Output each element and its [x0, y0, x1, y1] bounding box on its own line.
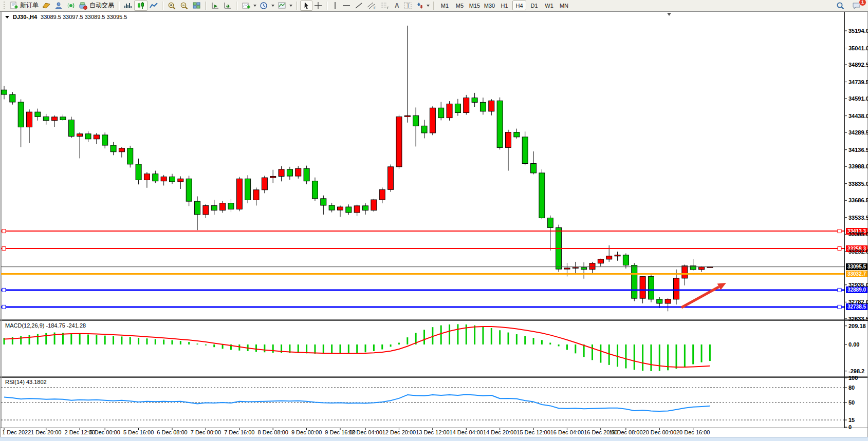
auto-trading-label: 自动交易: [89, 1, 114, 10]
label-tool[interactable]: T: [402, 1, 414, 11]
tile-windows-icon: [192, 2, 201, 10]
timeframe-m1[interactable]: M1: [438, 1, 452, 10]
toolbar-separator: [118, 2, 120, 10]
timeframe-m5[interactable]: M5: [453, 1, 467, 10]
trendline-icon: [354, 2, 363, 10]
crosshair-icon: [314, 2, 322, 10]
arrows-tool[interactable]: [414, 1, 431, 11]
text-icon: A: [393, 2, 400, 10]
toolbar-separator: [296, 2, 298, 10]
template-icon: [278, 2, 287, 10]
main-toolbar: 新订单 自动交易: [0, 0, 868, 11]
timeframe-m30[interactable]: M30: [483, 1, 496, 10]
gold-rhombus-icon: [42, 2, 51, 10]
svg-text:F: F: [387, 6, 389, 10]
chat-button[interactable]: 1: [851, 1, 863, 11]
toolbar-right-group: 1: [835, 1, 866, 11]
chat-badge: 1: [859, 0, 866, 6]
trendline-tool[interactable]: [353, 1, 365, 11]
indicators-button[interactable]: [240, 1, 258, 11]
zoom-out-button[interactable]: [178, 1, 191, 11]
window-bottom-strip: [0, 437, 868, 441]
dropdown-caret-icon: [427, 5, 430, 7]
cursor-icon: [302, 2, 310, 10]
svg-text:T: T: [407, 3, 410, 9]
line-chart-icon: [149, 2, 158, 10]
objects-button[interactable]: [40, 1, 52, 11]
timeframe-m15[interactable]: M15: [468, 1, 482, 10]
vertical-line-tool[interactable]: [330, 1, 340, 11]
crosshair-button[interactable]: [312, 1, 324, 11]
zoom-out-icon: [180, 2, 189, 10]
new-order-icon: [9, 2, 19, 10]
svg-text:E: E: [374, 6, 376, 10]
fibonacci-icon: F: [380, 2, 390, 10]
dropdown-caret-icon: [271, 5, 274, 7]
zoom-in-icon: [168, 2, 177, 10]
toolbar-separator: [162, 2, 164, 10]
timeframe-mn[interactable]: MN: [557, 1, 571, 10]
timeframe-d1[interactable]: D1: [527, 1, 541, 10]
toolbar-separator: [205, 2, 207, 10]
chart-line-button[interactable]: [147, 1, 160, 11]
new-order-label: 新订单: [20, 1, 39, 10]
search-icon: [836, 2, 845, 10]
signals-button[interactable]: [65, 1, 77, 11]
search-button[interactable]: [835, 1, 846, 11]
vertical-line-icon: [331, 2, 339, 10]
toolbar-separator: [433, 2, 435, 10]
signal-icon: [66, 2, 76, 10]
chart-window[interactable]: [0, 11, 868, 441]
chart-candles-button[interactable]: [134, 1, 147, 11]
add-indicator-icon: [242, 2, 251, 10]
auto-scroll-button[interactable]: [209, 1, 221, 11]
fibonacci-tool[interactable]: F: [378, 1, 392, 11]
auto-trading-icon: [79, 2, 88, 10]
text-tool[interactable]: A: [392, 1, 402, 11]
cursor-button[interactable]: [300, 1, 312, 11]
candlestick-chart-icon: [136, 2, 145, 10]
tile-windows-button[interactable]: [191, 1, 203, 11]
chart-shift-icon: [223, 2, 232, 10]
arrows-icon: [416, 2, 424, 10]
periods-button[interactable]: [258, 1, 276, 11]
timeframe-group: M1M5M15M30H1H4D1W1MN: [437, 1, 571, 10]
zoom-in-button[interactable]: [166, 1, 178, 11]
channel-tool[interactable]: E: [365, 1, 378, 11]
timeframe-h4[interactable]: H4: [512, 1, 526, 10]
dropdown-caret-icon: [253, 5, 256, 7]
horizontal-line-icon: [342, 2, 351, 10]
bar-chart-icon: [123, 2, 133, 10]
person-icon: [54, 2, 63, 10]
svg-text:A: A: [395, 2, 399, 9]
templates-button[interactable]: [276, 1, 294, 11]
clock-icon: [260, 2, 269, 10]
auto-trading-button[interactable]: 自动交易: [77, 1, 116, 11]
toolbar-separator: [236, 2, 238, 10]
dropdown-caret-icon: [289, 5, 292, 7]
timeframe-w1[interactable]: W1: [542, 1, 556, 10]
new-order-button[interactable]: 新订单: [8, 1, 40, 11]
text-label-icon: T: [403, 2, 413, 10]
toolbar-separator: [326, 2, 328, 10]
toolbar-grip[interactable]: [4, 2, 6, 9]
equidistant-channel-icon: E: [366, 2, 377, 10]
chart-shift-button[interactable]: [221, 1, 234, 11]
timeframe-h1[interactable]: H1: [497, 1, 511, 10]
auto-scroll-icon: [211, 2, 220, 10]
chart-bars-button[interactable]: [122, 1, 134, 11]
community-button[interactable]: [52, 1, 65, 11]
horizontal-line-tool[interactable]: [340, 1, 353, 11]
